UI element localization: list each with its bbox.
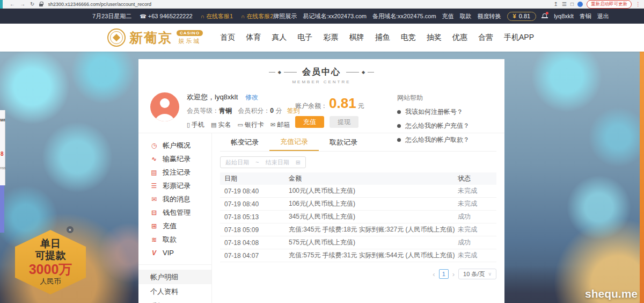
nav-item-cards[interactable]: 棋牌 [349,33,364,42]
date-range-input[interactable]: 起始日期 ~ 结束日期 ⊞ [220,156,306,168]
verify-phone[interactable]: ▯手机 [187,120,204,129]
page-size-select[interactable]: 10 条/页 ∨ [458,269,496,279]
nav-item-esports[interactable]: 电竞 [401,33,416,42]
back-icon[interactable]: ← [10,0,15,9]
tab-account-changes[interactable]: 帐变记录 [220,133,269,151]
page-number[interactable]: 1 [439,269,449,279]
nav-item-affiliate[interactable]: 合营 [478,33,493,42]
deposit-button[interactable]: 充值 [295,116,324,128]
balance-label: 账户余额： [295,102,327,111]
id-card-icon: ▤ [211,121,216,128]
calendar-icon: ⊞ [296,159,301,166]
nav-item-app[interactable]: 手机APP [504,33,534,42]
next-page-icon[interactable]: › [452,270,455,278]
nav-item-raffle[interactable]: 抽奖 [427,33,442,42]
bank-card-icon: ▭ [237,121,243,128]
browser-menu-icon[interactable]: ⋮ [635,1,641,7]
document-icon: ▤ [150,169,158,176]
balance-pill[interactable]: ¥ 0.81 [507,12,537,21]
sidebar-item-deposit[interactable]: ⊞充值 [138,219,211,233]
diamond-icon: ◆ [362,70,365,75]
nav-item-slots[interactable]: 电子 [297,33,312,42]
coins-icon: ≋ [150,236,158,243]
transfer-link[interactable]: 额度转换 [478,12,501,20]
verify-bankcard[interactable]: ▭银行卡 [237,120,264,129]
clock-icon: ◷ [150,142,158,149]
window-edge-sliver [0,0,3,9]
points-unit: 分 [275,107,282,114]
sidebar-subitem-account-detail[interactable]: 帐户明细 [138,270,211,284]
promo-line4: 人民币 [40,277,61,286]
mail-icon: ✉ [270,121,275,128]
prev-page-icon[interactable]: ‹ [433,270,435,278]
topbar-date: 7月23日星期二 [92,12,131,20]
logo-stack: CASINO 娱乐城 [177,30,203,45]
cell-status: 成功 [458,212,496,221]
sidebar-item-account-overview[interactable]: ◷帐户概况 [138,139,211,152]
phone-icon: ☎ [140,13,146,19]
verify-realname[interactable]: ▤实名 [211,120,231,129]
chevron-down-icon: ∨ [488,271,492,277]
share-icon[interactable]: ↥ [554,0,558,9]
nav-item-lottery[interactable]: 彩票 [323,33,338,42]
cell-date: 07-19 08:40 [220,200,289,208]
sidebar-item-vip[interactable]: VVIP [138,246,211,259]
cell-amount: 345元(人民币线上充值) [289,212,458,221]
sidebar-item-lottery[interactable]: ☰彩票记录 [138,179,211,192]
withdraw-link[interactable]: 取款 [460,12,472,20]
sidebar-item-bets[interactable]: ▤投注记录 [138,165,211,179]
sidebar-item-winloss[interactable]: ∿输赢纪录 [138,152,211,165]
withdraw-button[interactable]: 提现 [330,116,358,128]
domain1-text: 易记域名:xx202473.com [303,12,367,20]
sidebar-item-withdraw[interactable]: ≋取款 [138,233,211,246]
cs1-link[interactable]: ∩在线客服1 [201,12,233,20]
tab-deposits[interactable]: 充值记录 [269,133,319,151]
sidebar-subitem-profile[interactable]: 个人资料 [138,284,211,299]
logo-casino-badge: CASINO [177,30,203,36]
chart-icon: ∿ [150,155,158,163]
logout-link[interactable]: 退出 [597,12,609,20]
cell-status: 未完成 [458,225,496,234]
sidebar-item-messages[interactable]: ✉我的消息 [138,192,211,206]
nav-item-sports[interactable]: 体育 [246,33,261,42]
ssl-lock-icon [39,2,43,6]
help-link-register[interactable]: 我该如何注册帐号？ [397,107,493,117]
sidepanel-icon[interactable]: □ [570,0,574,9]
cell-date: 07-19 08:40 [220,187,289,195]
page-title: 会员中心 [302,67,341,78]
date-filter-row: 起始日期 ~ 结束日期 ⊞ [220,156,496,168]
topbar-level: 青铜 [580,12,591,20]
deposit-link[interactable]: 充值 [442,12,454,20]
site-logo[interactable]: 新葡京 CASINO 娱乐城 [107,28,203,47]
license-link[interactable]: 牌照展示 [273,12,297,20]
edit-link[interactable]: 修改 [245,93,258,101]
nav-item-promos[interactable]: 优惠 [452,33,467,42]
forward-icon[interactable]: → [20,0,25,9]
table-row: 07-19 08:40 106元(人民币线上充值) 未完成 [220,198,496,211]
verify-email[interactable]: ✉邮箱 [270,120,290,129]
update-badge[interactable]: 重新启动即可更新 [587,0,632,9]
lower-section: ◷帐户概况 ∿输赢纪录 ▤投注记录 ☰彩票记录 ✉我的消息 ⊟钱包管理 ⊞充值 … [138,133,504,303]
promo-close-icon[interactable]: × [67,226,74,233]
main-navbar: 新葡京 CASINO 娱乐城 首页 体育 真人 电子 彩票 棋牌 捕鱼 电竞 抽… [0,24,644,52]
cell-amount: 106元(人民币线上充值) [289,199,458,208]
browser-chrome: ← → ↻ sh2300.x12346666.com/pc/user/accou… [0,0,644,9]
help-link-deposit[interactable]: 怎么给我的帐户充值？ [397,121,493,131]
nav-item-live[interactable]: 真人 [272,33,287,42]
notifications-bell-icon[interactable] [542,13,548,19]
reload-icon[interactable]: ↻ [30,0,34,9]
sidebar-subitem-phone[interactable]: 手机号 [138,299,211,303]
nav-item-fishing[interactable]: 捕鱼 [375,33,390,42]
extensions-icon[interactable]: ☰ [562,0,567,9]
url-text[interactable]: sh2300.x12346666.com/pc/user/account_rec… [48,2,151,7]
member-center-card: ◆ 会员中心 ◆ MEMBER CENTRE 欢迎您，lyq8xklt 修改 [138,59,504,303]
cs2-link[interactable]: ∩在线客服2 [241,12,273,20]
nav-item-home[interactable]: 首页 [220,33,235,42]
sidebar-item-wallet[interactable]: ⊟钱包管理 [138,206,211,219]
tab-withdrawals[interactable]: 取款记录 [319,133,368,151]
col-header-date: 日期 [220,174,289,183]
browser-profile-avatar[interactable] [577,2,583,7]
browser-nav-group: ← → ↻ sh2300.x12346666.com/pc/user/accou… [0,0,554,9]
list-icon: ☰ [150,182,158,190]
topbar-username[interactable]: lyq8xklt [554,13,574,19]
